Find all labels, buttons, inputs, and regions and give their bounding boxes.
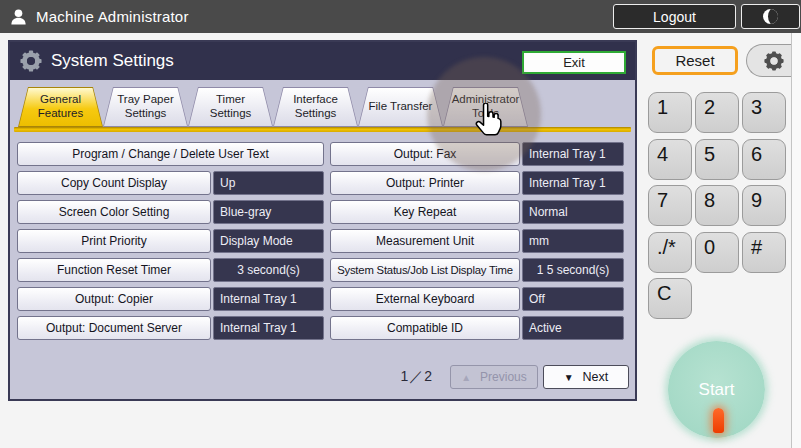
setting-row: External Keyboard Off: [330, 287, 624, 311]
system-settings-panel: System Settings Exit General Features Tr…: [8, 40, 637, 401]
keypad-key-7[interactable]: 7: [648, 185, 692, 226]
setting-value: Internal Tray 1: [522, 142, 624, 166]
exit-button[interactable]: Exit: [522, 51, 626, 74]
tab-timer-settings[interactable]: Timer Settings: [188, 87, 273, 127]
keypad-key-clear[interactable]: C: [648, 278, 692, 319]
setting-value: Active: [522, 316, 624, 340]
user-icon: [10, 9, 27, 25]
setting-row: System Status/Job List Display Time 1 5 …: [330, 258, 624, 282]
setting-button-output-printer[interactable]: Output: Printer: [330, 171, 520, 195]
setting-button-output-fax[interactable]: Output: Fax: [330, 142, 520, 166]
pagination: 1／2 ▲ Previous ▼ Next: [400, 365, 629, 389]
gear-icon: [764, 51, 784, 71]
setting-button-copy-count-display[interactable]: Copy Count Display: [17, 171, 211, 195]
bezel-edge-line: [791, 33, 792, 448]
setting-row: Function Reset Timer 3 second(s): [17, 258, 324, 282]
setting-button-output-copier[interactable]: Output: Copier: [17, 287, 211, 311]
keypad-key-4[interactable]: 4: [648, 139, 692, 180]
setting-button-system-status-job-list-display-time[interactable]: System Status/Job List Display Time: [330, 258, 520, 282]
setting-row: Output: Document Server Internal Tray 1: [17, 316, 324, 340]
down-triangle-icon: ▼: [564, 372, 574, 383]
active-tab-underline: [14, 127, 631, 132]
setting-row: Output: Copier Internal Tray 1: [17, 287, 324, 311]
setting-button-external-keyboard[interactable]: External Keyboard: [330, 287, 520, 311]
previous-label: Previous: [480, 370, 527, 384]
setting-value: Up: [213, 171, 324, 195]
previous-page-button[interactable]: ▲ Previous: [450, 365, 538, 389]
settings-column-right: Output: Fax Internal Tray 1 Output: Prin…: [330, 142, 624, 345]
tab-tray-paper-settings[interactable]: Tray Paper Settings: [103, 87, 188, 127]
tab-strip: General Features Tray Paper Settings Tim…: [18, 87, 528, 127]
start-indicator-light: [713, 408, 724, 433]
setting-row: Copy Count Display Up: [17, 171, 324, 195]
setting-value: Internal Tray 1: [213, 287, 324, 311]
setting-value: Internal Tray 1: [522, 171, 624, 195]
setting-value: 3 second(s): [213, 258, 324, 282]
top-bar: Machine Administrator Logout: [0, 0, 801, 33]
page-indicator: 1／2: [400, 368, 433, 386]
setting-value: Normal: [522, 200, 624, 224]
crescent-moon-icon: [763, 9, 778, 24]
setting-row: Compatible ID Active: [330, 316, 624, 340]
setting-value: Internal Tray 1: [213, 316, 324, 340]
setting-value: 1 5 second(s): [522, 258, 624, 282]
setting-button-compatible-id[interactable]: Compatible ID: [330, 316, 520, 340]
next-page-button[interactable]: ▼ Next: [543, 365, 629, 389]
tab-interface-settings[interactable]: Interface Settings: [273, 87, 358, 127]
setting-row: Screen Color Setting Blue-gray: [17, 200, 324, 224]
up-triangle-icon: ▲: [461, 372, 471, 383]
setting-button-function-reset-timer[interactable]: Function Reset Timer: [17, 258, 211, 282]
machine-touchscreen: Machine Administrator Logout: [0, 0, 801, 448]
setting-row: Key Repeat Normal: [330, 200, 624, 224]
panel-header: System Settings Exit: [10, 42, 635, 80]
setting-value: Display Mode: [213, 229, 324, 253]
tab-general-features[interactable]: General Features: [18, 87, 103, 127]
setting-button-screen-color-setting[interactable]: Screen Color Setting: [17, 200, 211, 224]
hard-key-panel: Reset 1 2 3 4 5: [645, 33, 801, 448]
bezel-edge-strip: [792, 33, 801, 448]
setting-row: Measurement Unit mm: [330, 229, 624, 253]
setting-button-measurement-unit[interactable]: Measurement Unit: [330, 229, 520, 253]
keypad-key-9[interactable]: 9: [742, 185, 786, 226]
keypad-key-point-star[interactable]: ./*: [648, 232, 692, 273]
keypad-key-0[interactable]: 0: [695, 232, 739, 273]
keypad-key-hash[interactable]: #: [742, 232, 786, 273]
tab-administrator-tools[interactable]: Administrator Tools: [443, 87, 528, 127]
setting-value: Off: [522, 287, 624, 311]
setting-button-output-document-server[interactable]: Output: Document Server: [17, 316, 211, 340]
setting-button-print-priority[interactable]: Print Priority: [17, 229, 211, 253]
setting-button-key-repeat[interactable]: Key Repeat: [330, 200, 520, 224]
numeric-keypad: 1 2 3 4 5 6 7 8 9 ./* 0 # C: [648, 92, 786, 319]
tab-file-transfer[interactable]: File Transfer: [358, 87, 443, 127]
setting-row: Output: Printer Internal Tray 1: [330, 171, 624, 195]
keypad-key-5[interactable]: 5: [695, 139, 739, 180]
keypad-key-2[interactable]: 2: [695, 92, 739, 133]
energy-saver-button[interactable]: [741, 4, 800, 29]
next-label: Next: [583, 370, 609, 384]
reset-button[interactable]: Reset: [652, 46, 738, 75]
keypad-key-1[interactable]: 1: [648, 92, 692, 133]
keypad-key-6[interactable]: 6: [742, 139, 786, 180]
setting-button-program-change-delete-user-text[interactable]: Program / Change / Delete User Text: [17, 142, 324, 166]
gear-icon: [20, 50, 42, 72]
setting-value: Blue-gray: [213, 200, 324, 224]
keypad-key-8[interactable]: 8: [695, 185, 739, 226]
setting-value: mm: [522, 229, 624, 253]
logout-button[interactable]: Logout: [613, 4, 736, 29]
settings-column-left: Program / Change / Delete User Text Copy…: [17, 142, 324, 345]
setting-row: Print Priority Display Mode: [17, 229, 324, 253]
setting-row: Program / Change / Delete User Text: [17, 142, 324, 166]
logged-in-user-label: Machine Administrator: [36, 8, 189, 25]
keypad-key-3[interactable]: 3: [742, 92, 786, 133]
setting-row: Output: Fax Internal Tray 1: [330, 142, 624, 166]
page-title: System Settings: [51, 51, 174, 71]
